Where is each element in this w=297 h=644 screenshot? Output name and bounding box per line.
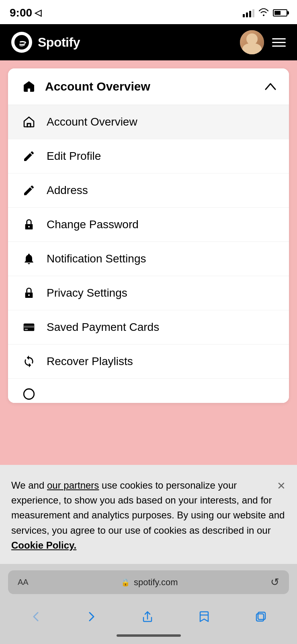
home-indicator-bar [117,634,181,637]
svg-rect-11 [256,614,264,621]
menu-item-label-account-overview: Account Overview [47,116,137,128]
battery-icon [273,9,287,17]
cookie-text: ✕ We and our partners use cookies to per… [11,478,286,553]
menu-item-notification-settings[interactable]: Notification Settings [8,242,289,276]
menu-item-label-notification-settings: Notification Settings [47,252,146,265]
status-icons [243,7,287,19]
menu-header[interactable]: Account Overview [8,68,289,105]
font-size-button[interactable]: AA [18,578,29,587]
status-time: 9:00 ◁ [10,6,41,19]
url-lock-icon: 🔒 [121,578,130,587]
tabs-button[interactable] [251,607,270,626]
edit-profile-icon [21,150,37,163]
hamburger-line-2 [272,42,286,43]
chevron-up-icon [265,81,276,92]
bottom-nav [0,601,297,630]
svg-rect-2 [27,124,31,127]
menu-item-address[interactable]: Address [8,173,289,208]
menu-item-partial [8,379,289,403]
menu-item-saved-payment-cards[interactable]: Saved Payment Cards [8,310,289,345]
cookie-policy-link[interactable]: Cookie Policy. [11,540,76,551]
notification-settings-icon [21,252,37,265]
menu-item-label-recover-playlists: Recover Playlists [47,355,133,368]
reload-button[interactable]: ↺ [270,576,279,588]
browser-bar: AA 🔒 spotify.com ↺ [0,564,297,601]
avatar[interactable] [240,30,264,54]
svg-point-4 [28,226,30,227]
brand-name: Spotify [38,35,80,50]
menu-item-privacy-settings[interactable]: Privacy Settings [8,276,289,310]
menu-card: Account Overview Account Overview [8,68,289,403]
forward-button[interactable] [82,607,101,626]
privacy-settings-icon [21,287,37,299]
home-icon [21,80,37,93]
account-overview-icon [21,116,37,128]
url-bar[interactable]: AA 🔒 spotify.com ↺ [8,570,289,594]
main-content: Account Overview Account Overview [0,60,297,465]
share-button[interactable] [138,607,157,626]
saved-payment-cards-icon [21,321,37,334]
status-bar: 9:00 ◁ [0,0,297,24]
menu-item-edit-profile[interactable]: Edit Profile [8,139,289,173]
menu-header-title: Account Overview [45,80,150,93]
cookie-notice: ✕ We and our partners use cookies to per… [0,465,297,564]
menu-item-change-password[interactable]: Change Password [8,208,289,242]
signal-bars-icon [243,8,254,17]
spotify-icon [11,32,32,53]
hamburger-line-3 [272,45,286,47]
menu-item-recover-playlists[interactable]: Recover Playlists [8,345,289,379]
bookmarks-button[interactable] [195,607,214,626]
hamburger-menu-button[interactable] [272,38,286,47]
wifi-icon [258,7,269,19]
menu-item-label-saved-payment-cards: Saved Payment Cards [47,321,159,334]
navbar-right [240,30,286,54]
recover-playlists-icon [21,355,37,368]
menu-item-label-change-password: Change Password [47,218,139,231]
address-icon [21,184,37,197]
svg-rect-8 [24,326,35,328]
home-indicator [0,630,297,644]
hamburger-line-1 [272,38,286,39]
change-password-icon [21,218,37,231]
location-icon: ◁ [35,8,41,18]
menu-item-label-edit-profile: Edit Profile [47,150,101,163]
svg-rect-9 [25,329,28,330]
spotify-logo: Spotify [11,32,80,53]
menu-item-label-privacy-settings: Privacy Settings [47,287,127,299]
svg-point-6 [28,294,30,296]
svg-rect-12 [258,612,265,619]
menu-item-account-overview[interactable]: Account Overview [8,105,289,139]
navbar: Spotify [0,24,297,60]
url-text: spotify.com [134,577,178,588]
our-partners-link[interactable]: our partners [47,480,99,491]
menu-header-left: Account Overview [21,80,150,93]
partial-item-icon [21,387,37,401]
svg-point-10 [24,389,34,399]
back-button[interactable] [27,607,45,626]
menu-item-label-address: Address [47,184,88,197]
svg-rect-1 [27,88,31,91]
cookie-close-icon[interactable]: ✕ [277,478,286,494]
url-bar-left: AA [18,578,29,587]
